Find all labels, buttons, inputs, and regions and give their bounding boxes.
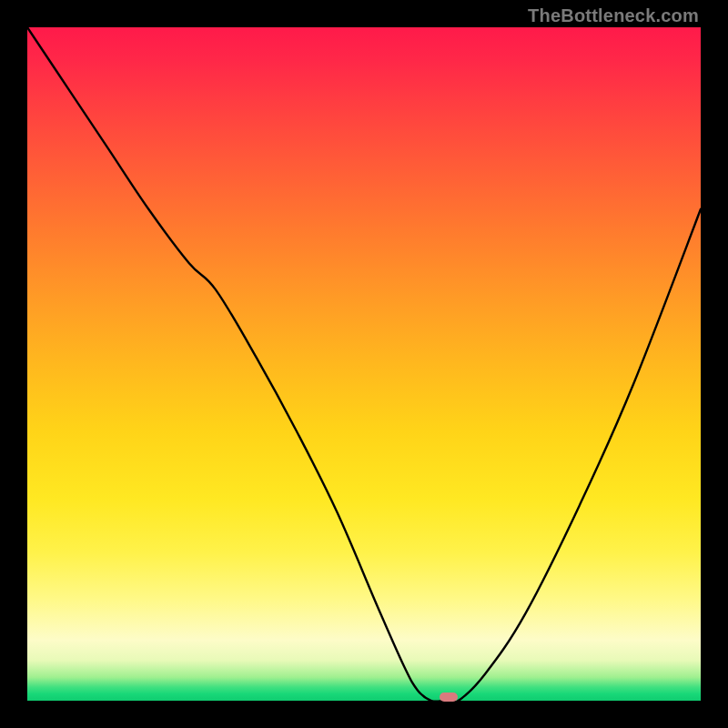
curve-svg (27, 27, 701, 701)
watermark-text: TheBottleneck.com (528, 5, 699, 26)
plot-area (27, 27, 701, 701)
bottleneck-curve-path (27, 27, 701, 701)
optimum-marker (440, 693, 458, 702)
chart-container: TheBottleneck.com (0, 0, 728, 728)
